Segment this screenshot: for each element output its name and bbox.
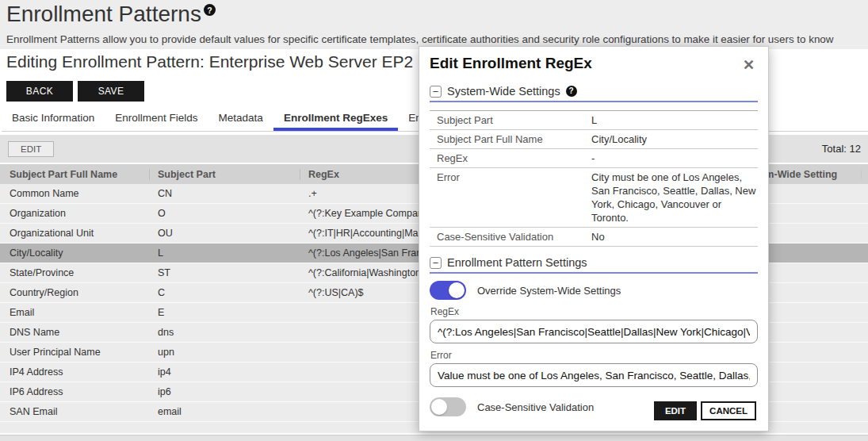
table-cell: Email <box>0 307 149 318</box>
table-cell: IP4 Address <box>0 366 149 378</box>
tab-basic-information[interactable]: Basic Information <box>2 112 105 131</box>
edit-enrollment-regex-modal: Edit Enrollment RegEx ✕ − System-Wide Se… <box>419 46 769 431</box>
table-cell: ip4 <box>149 366 300 378</box>
table-cell: OU <box>149 228 300 239</box>
table-cell: IP6 Address <box>0 386 149 397</box>
system-setting-label: RegEx <box>437 151 591 165</box>
system-settings-table: Subject PartLSubject Part Full NameCity/… <box>430 110 758 247</box>
system-setting-label: Case-Sensitive Validation <box>437 230 591 244</box>
table-cell: upn <box>149 347 300 358</box>
system-setting-value: City must be one of Los Angeles, San Fra… <box>591 171 758 224</box>
tab-enrollment-regexes[interactable]: Enrollment RegExes <box>273 112 398 131</box>
table-cell: email <box>149 406 300 417</box>
system-setting-row: RegEx- <box>430 149 758 168</box>
enrollment-pattern-settings-section-header: − Enrollment Pattern Settings <box>430 256 758 269</box>
system-setting-row: Subject Part Full NameCity/Locality <box>430 130 758 149</box>
table-cell: DNS Name <box>0 327 149 338</box>
table-cell: O <box>149 208 300 219</box>
modal-actions: EDIT CANCEL <box>654 401 756 420</box>
back-button[interactable]: BACK <box>6 81 73 102</box>
editing-pattern-title: Editing Enrollment Pattern: Enterprise W… <box>6 52 413 71</box>
section-underline <box>430 272 758 274</box>
page-title-text: Enrollment Patterns <box>6 2 201 26</box>
system-setting-row: Case-Sensitive ValidationNo <box>430 228 758 247</box>
error-input[interactable] <box>430 363 758 387</box>
modal-cancel-button[interactable]: CANCEL <box>701 401 756 420</box>
save-button[interactable]: SAVE <box>78 81 144 102</box>
system-setting-row: ErrorCity must be one of Los Angeles, Sa… <box>430 168 758 228</box>
table-cell: City/Locality <box>0 247 149 259</box>
modal-title: Edit Enrollment RegEx <box>430 55 592 72</box>
table-edit-button[interactable]: EDIT <box>8 141 54 157</box>
table-cell: Organizational Unit <box>0 228 149 239</box>
section-underline <box>430 101 758 102</box>
regex-field-label: RegEx <box>430 306 758 317</box>
system-setting-value: No <box>591 230 758 244</box>
help-icon[interactable]: ? <box>566 86 577 97</box>
page-title: Enrollment Patterns? <box>6 2 868 27</box>
table-cell: Common Name <box>0 188 149 199</box>
action-buttons: BACK SAVE <box>6 81 144 102</box>
regex-input[interactable] <box>430 320 758 343</box>
table-cell: SAN Email <box>0 406 149 417</box>
toggle-knob <box>449 282 465 298</box>
column-subject-part-full-name: Subject Part Full Name <box>0 169 149 180</box>
system-setting-row: Subject PartL <box>430 111 758 130</box>
system-setting-label: Error <box>437 171 591 224</box>
system-wide-settings-section-header: − System-Wide Settings ? <box>430 85 758 98</box>
table-cell: State/Province <box>0 267 149 278</box>
pattern-section-title: Enrollment Pattern Settings <box>447 256 587 269</box>
toggle-knob <box>431 399 447 415</box>
error-field-label: Error <box>430 350 758 361</box>
bottom-strip <box>0 435 868 441</box>
table-cell: C <box>149 287 300 298</box>
tab-enrollment-fields[interactable]: Enrollment Fields <box>105 112 208 131</box>
system-setting-label: Subject Part Full Name <box>437 132 591 146</box>
override-toggle-row: Override System-Wide Settings <box>430 281 758 300</box>
system-setting-value: - <box>591 151 758 165</box>
case-sensitive-toggle-label: Case-Sensitive Validation <box>477 401 594 413</box>
collapse-icon[interactable]: − <box>430 86 442 98</box>
system-setting-label: Subject Part <box>437 113 591 127</box>
table-cell: Country/Region <box>0 287 149 298</box>
tab-metadata[interactable]: Metadata <box>208 112 273 131</box>
table-cell: L <box>149 247 300 259</box>
modal-edit-button[interactable]: EDIT <box>654 401 697 420</box>
column-subject-part: Subject Part <box>149 169 300 180</box>
system-section-title: System-Wide Settings <box>447 85 560 98</box>
table-cell: ip6 <box>149 386 300 397</box>
table-cell: ST <box>149 267 300 278</box>
system-setting-value: L <box>591 113 758 127</box>
override-toggle-label: Override System-Wide Settings <box>477 285 621 297</box>
table-cell: dns <box>149 327 300 338</box>
override-system-wide-toggle[interactable] <box>430 281 466 300</box>
close-icon[interactable]: ✕ <box>740 55 758 75</box>
total-count: Total: 12 <box>822 143 861 155</box>
modal-header: Edit Enrollment RegEx ✕ <box>430 47 758 75</box>
collapse-icon[interactable]: − <box>430 257 442 269</box>
case-sensitive-toggle[interactable] <box>430 397 466 416</box>
table-cell: CN <box>149 188 300 199</box>
system-setting-value: City/Locality <box>591 132 758 146</box>
table-cell: Organization <box>0 208 149 219</box>
help-icon[interactable]: ? <box>204 4 216 16</box>
table-cell: User Principal Name <box>0 347 149 358</box>
table-cell: E <box>149 307 300 318</box>
